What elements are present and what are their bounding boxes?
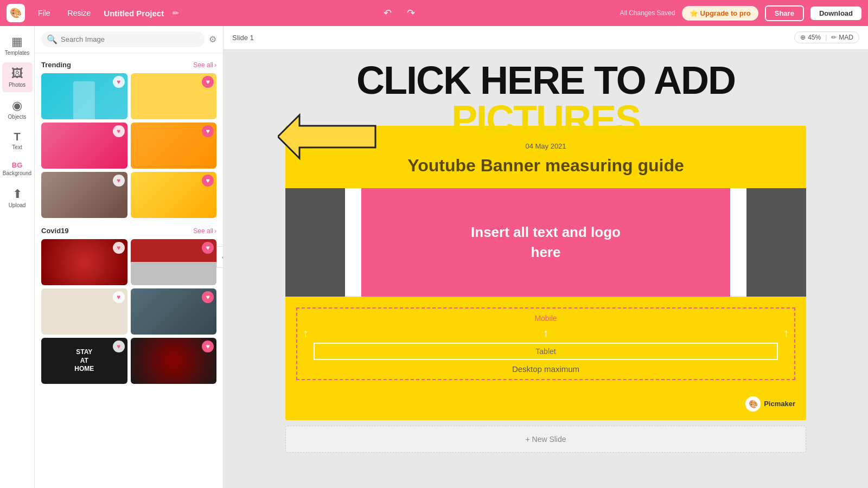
zoom-level: 45% [808, 34, 821, 41]
sidebar-item-text[interactable]: T Text [2, 126, 33, 155]
menu-resize[interactable]: Resize [63, 7, 95, 20]
search-input[interactable] [61, 35, 199, 43]
upload-label: Upload [9, 202, 26, 208]
list-item[interactable]: STAYATHOME ♥ [41, 338, 127, 384]
trending-section-header: Trending See all › [41, 61, 216, 69]
save-status: All Changes Saved [620, 9, 675, 17]
list-item[interactable]: ♥ [131, 73, 217, 119]
app-logo[interactable]: 🎨 [7, 4, 25, 22]
main-layout: ▦ Templates 🖼 Photos ◉ Objects T Text BG… [0, 26, 868, 488]
heart-icon[interactable]: ♥ [202, 175, 214, 187]
templates-label: Templates [5, 50, 30, 56]
covid-see-all[interactable]: See all › [193, 227, 216, 235]
sidebar-item-objects[interactable]: ◉ Objects [2, 94, 33, 124]
slide-canvas[interactable]: 04 May 2021 Youtube Banner measuring gui… [285, 126, 806, 420]
heart-icon[interactable]: ♥ [113, 125, 125, 137]
canvas-area: Slide 1 ∧ ∨ ⧉ ⤢ ⊕ 45% | ✏ MAD CLICK HERE… [224, 26, 868, 488]
list-item[interactable]: ♥ [131, 338, 217, 384]
upgrade-button[interactable]: ⭐ Upgrade to pro [682, 6, 758, 21]
list-item[interactable]: ♥ [131, 288, 217, 335]
heart-icon[interactable]: ♥ [113, 341, 125, 352]
search-icon: 🔍 [47, 34, 58, 44]
sidebar-item-photos[interactable]: 🖼 Photos [2, 62, 33, 92]
text-icon: T [14, 131, 20, 143]
templates-icon: ▦ [11, 35, 23, 49]
list-item[interactable]: ♥ [41, 73, 127, 119]
slide-middle: Insert all text and logohere [285, 188, 806, 297]
list-item[interactable]: ♥ [41, 172, 127, 218]
slide-top-section: 04 May 2021 Youtube Banner measuring gui… [285, 126, 806, 188]
mobile-guide: Mobile ↑ ↑ ↑ Tablet Desktop maximum [296, 307, 795, 380]
list-item[interactable]: ♥ [41, 239, 127, 285]
new-slide-bar[interactable]: + New Slide [285, 426, 806, 453]
covid-title: Covid19 [41, 227, 69, 235]
slide-date: 04 May 2021 [296, 142, 795, 150]
topbar-right: All Changes Saved ⭐ Upgrade to pro Share… [620, 5, 862, 21]
topbar: 🎨 File Resize Untitled Project ✏ ↶ ↷ All… [0, 0, 868, 26]
list-item[interactable]: ♥ [131, 239, 217, 285]
topbar-center: ↶ ↷ [188, 5, 611, 21]
covid-section-header: Covid19 See all › [41, 227, 216, 235]
star-icon: ⭐ [690, 9, 698, 17]
canvas-toolbar: Slide 1 ∧ ∨ ⧉ ⤢ [224, 26, 868, 50]
slide-left-dark [285, 188, 345, 297]
list-item[interactable]: ♥ [131, 172, 217, 218]
list-item[interactable]: ♥ [41, 123, 127, 169]
share-button[interactable]: Share [765, 5, 804, 21]
trending-title: Trending [41, 61, 71, 69]
slide-right-white [730, 188, 746, 297]
slide-label: Slide 1 [232, 34, 254, 42]
heart-icon[interactable]: ♥ [113, 76, 125, 88]
list-item[interactable]: ♥ [131, 123, 217, 169]
image-panel-content: Trending See all › ♥ ♥ ♥ [35, 53, 223, 488]
sidebar-item-templates[interactable]: ▦ Templates [2, 30, 33, 60]
picmaker-label: Picmaker [764, 400, 795, 408]
mobile-label: Mobile [303, 314, 789, 323]
chevron-right-icon: › [214, 227, 216, 235]
panel-collapse-button[interactable]: ‹ [216, 246, 224, 268]
heart-icon[interactable]: ♥ [113, 175, 125, 187]
objects-label: Objects [8, 114, 27, 120]
slide-right-dark [746, 188, 806, 297]
background-icon: BG [12, 161, 23, 169]
heart-icon[interactable]: ♥ [202, 125, 214, 137]
sidebar-item-background[interactable]: BG Background [2, 157, 33, 181]
redo-button[interactable]: ↷ [405, 5, 417, 21]
heart-icon[interactable]: ♥ [202, 242, 214, 254]
covid-grid: ♥ ♥ ♥ ♥ STAYATHOME ♥ ♥ [41, 239, 216, 384]
text-label: Text [12, 144, 22, 150]
filter-icon[interactable]: ⚙ [209, 34, 216, 44]
mobile-arrow-center: ↑ [543, 327, 548, 339]
zoom-bar: ⊕ 45% | ✏ MAD [794, 31, 859, 43]
slide-footer: 🎨 Picmaker [285, 391, 806, 420]
click-here-text: CLICK HERE TO ADD [356, 61, 735, 100]
mobile-arrow-right: ↑ [783, 327, 789, 339]
heart-icon[interactable]: ♥ [202, 291, 214, 303]
mad-text: MAD [839, 34, 853, 41]
project-title[interactable]: Untitled Project [104, 9, 164, 18]
picmaker-icon: 🎨 [745, 396, 761, 412]
sidebar-item-upload[interactable]: ⬆ Upload [2, 183, 33, 213]
trending-see-all[interactable]: See all › [193, 61, 216, 69]
edit-title-icon[interactable]: ✏ [173, 9, 179, 17]
image-panel: 🔍 ⚙ Trending See all › ♥ [35, 26, 224, 488]
heart-icon[interactable]: ♥ [113, 242, 125, 254]
mobile-arrow-left: ↑ [303, 327, 308, 339]
slide-bottom: Mobile ↑ ↑ ↑ Tablet Desktop maximum [285, 297, 806, 391]
heart-icon[interactable]: ♥ [113, 291, 125, 303]
upload-icon: ⬆ [12, 187, 22, 201]
photos-icon: 🖼 [11, 67, 23, 81]
undo-button[interactable]: ↶ [381, 5, 394, 21]
canvas-scroll[interactable]: CLICK HERE TO ADD PICTURES [224, 50, 868, 488]
desktop-label: Desktop maximum [303, 364, 789, 376]
menu-file[interactable]: File [34, 7, 55, 20]
list-item[interactable]: ♥ [41, 288, 127, 335]
objects-icon: ◉ [12, 99, 22, 113]
search-box[interactable]: 🔍 [41, 31, 205, 47]
heart-icon[interactable]: ♥ [202, 341, 214, 352]
download-button[interactable]: Download [810, 7, 861, 20]
slide-main-title: Youtube Banner measuring guide [296, 155, 795, 177]
picmaker-logo: 🎨 Picmaker [745, 396, 795, 412]
photos-label: Photos [9, 82, 25, 88]
heart-icon[interactable]: ♥ [202, 76, 214, 88]
